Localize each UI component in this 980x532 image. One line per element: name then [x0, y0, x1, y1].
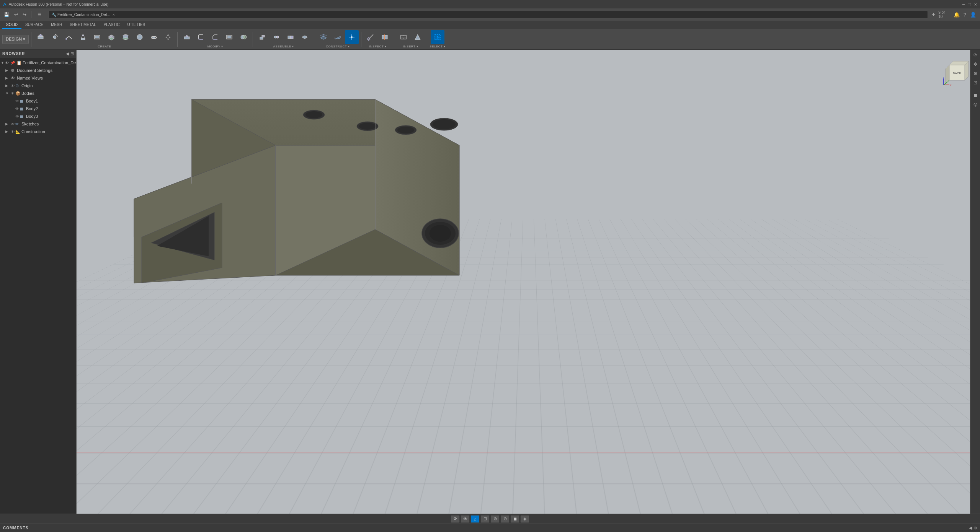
tab-sheet-metal[interactable]: SHEET METAL	[66, 21, 100, 29]
redo-btn[interactable]: ↪	[21, 12, 28, 17]
tree-item-sketches[interactable]: ▶ 👁 ✏ Sketches	[0, 120, 76, 128]
window-close[interactable]: ×	[974, 2, 977, 7]
modify-fillet[interactable]	[194, 30, 208, 44]
modify-press-pull[interactable]	[180, 30, 194, 44]
pan-icon[interactable]: ✥	[972, 60, 979, 68]
assemble-motion[interactable]	[298, 30, 312, 44]
create-cylinder[interactable]	[119, 30, 132, 44]
browser-options-icon[interactable]: ⊞	[70, 51, 74, 56]
right-panel-icons: ⟳ ✥ ⊕ ⊡ ◼ ◎	[970, 50, 980, 514]
tree-pin-root[interactable]: 📌	[10, 61, 15, 65]
tree-eye-bodies[interactable]: 👁	[11, 91, 15, 96]
svg-point-59	[433, 119, 456, 129]
assemble-joint[interactable]	[270, 30, 283, 44]
viewport[interactable]: BACK x y z ⟳ ✥ ⊕ ⊡ ◼ ◎	[77, 50, 980, 514]
tree-item-bodies[interactable]: ▼ 👁 📦 Bodies	[0, 89, 76, 97]
title-bar-controls: − □ ×	[962, 2, 977, 7]
svg-point-26	[274, 36, 276, 38]
create-box[interactable]	[105, 30, 118, 44]
window-maximize[interactable]: □	[968, 2, 971, 7]
inspect-measure[interactable]	[364, 30, 377, 44]
create-sphere[interactable]	[133, 30, 147, 44]
undo-btn[interactable]: ↩	[13, 12, 20, 17]
status-zoom-out[interactable]: ⊖	[501, 516, 509, 522]
tree-item-construction[interactable]: ▶ 👁 📐 Construction	[0, 128, 76, 135]
svg-line-6	[81, 36, 82, 38]
modify-combine[interactable]	[237, 30, 250, 44]
tree-eye-body3[interactable]: 👁	[15, 114, 19, 119]
tree-item-root[interactable]: ▼ 👁 📌 📋 Fertilizer_Contamination_De... ⚙	[0, 59, 76, 67]
create-revolve[interactable]	[48, 30, 62, 44]
insert-canvas[interactable]	[397, 30, 410, 44]
fit-icon[interactable]: ⊡	[972, 79, 979, 86]
tree-eye-body1[interactable]: 👁	[15, 99, 19, 103]
tree-item-doc-settings[interactable]: ▶ ⚙ Document Settings	[0, 67, 76, 74]
comments-collapse[interactable]: ◀	[969, 525, 972, 530]
create-shell[interactable]	[90, 30, 104, 44]
modify-chamfer[interactable]	[208, 30, 222, 44]
tree-label-body1: Body1	[26, 99, 76, 103]
status-visual[interactable]: ◈	[521, 516, 529, 522]
assemble-rigid[interactable]	[284, 30, 297, 44]
svg-rect-4	[81, 38, 85, 40]
quick-save[interactable]: 💾	[2, 12, 11, 17]
create-sweep[interactable]	[62, 30, 76, 44]
tree-eye-construction[interactable]: 👁	[11, 130, 15, 134]
modify-shell[interactable]	[222, 30, 236, 44]
tree-item-body3[interactable]: 👁 ◼ Body3	[0, 112, 76, 120]
visual-style-icon[interactable]: ◼	[972, 91, 979, 99]
design-dropdown[interactable]: DESIGN ▾	[2, 35, 29, 44]
tree-eye-root[interactable]: 👁	[5, 61, 9, 65]
tree-arrow-construction: ▶	[5, 130, 10, 133]
tree-eye-origin[interactable]: 👁	[11, 84, 15, 88]
tab-plastic[interactable]: PLASTIC	[100, 21, 124, 29]
doc-tab-close[interactable]: ×	[113, 12, 115, 17]
viewcube[interactable]: BACK x y z	[942, 57, 972, 88]
toolbar-sep-design	[31, 32, 31, 47]
notification-icon[interactable]: 🔔	[954, 12, 960, 18]
comments-add[interactable]: ⊕	[973, 525, 977, 530]
help-icon[interactable]: ?	[964, 12, 966, 18]
create-loft[interactable]	[76, 30, 90, 44]
select-box[interactable]	[431, 30, 444, 44]
tree-eye-sketches[interactable]: 👁	[11, 122, 15, 126]
window-minimize[interactable]: −	[962, 2, 965, 7]
create-extrude[interactable]	[34, 30, 47, 44]
tree-eye-body2[interactable]: 👁	[15, 107, 19, 111]
browser-expand-icon[interactable]: ◀	[66, 51, 69, 56]
status-orbit[interactable]: ⟳	[451, 516, 459, 522]
status-display[interactable]: ◼	[511, 516, 519, 522]
status-home[interactable]: ⌂	[471, 516, 479, 522]
tab-surface[interactable]: SURFACE	[21, 21, 47, 29]
tab-mesh[interactable]: MESH	[47, 21, 66, 29]
environment-icon[interactable]: ◎	[972, 101, 979, 108]
construct-offset-plane[interactable]	[317, 30, 330, 44]
tree-item-body2[interactable]: 👁 ◼ Body2	[0, 105, 76, 112]
status-zoom-in[interactable]: ⊕	[491, 516, 499, 522]
assemble-new-component[interactable]	[255, 30, 269, 44]
account-icon[interactable]: 👤	[970, 12, 976, 18]
construct-active-btn[interactable]	[345, 30, 359, 44]
status-zoom-fit[interactable]: ⊡	[481, 516, 489, 522]
create-group: CREATE	[34, 30, 175, 48]
construct-angle-plane[interactable]	[331, 30, 345, 44]
create-move[interactable]	[161, 30, 175, 44]
toolbar-sep-1	[177, 32, 178, 47]
tab-utilities[interactable]: UTILITIES	[123, 21, 149, 29]
tree-arrow-origin: ▶	[5, 84, 10, 88]
zoom-icon[interactable]: ⊕	[972, 70, 979, 77]
browser-header: BROWSER ◀ ⊞	[0, 50, 76, 58]
document-tab[interactable]: 🔧 Fertilizer_Contamination_Det... ×	[48, 11, 928, 18]
create-torus[interactable]	[147, 30, 161, 44]
orbit-icon[interactable]: ⟳	[972, 51, 979, 59]
svg-rect-46	[435, 34, 440, 40]
inspect-section[interactable]	[378, 30, 392, 44]
insert-decal[interactable]	[411, 30, 425, 44]
tree-item-named-views[interactable]: ▶ 👁 Named Views	[0, 74, 76, 82]
new-tab-btn[interactable]: +	[932, 11, 935, 18]
tab-solid[interactable]: SOLID	[2, 21, 21, 29]
tree-item-body1[interactable]: 👁 ◼ Body1	[0, 97, 76, 105]
tree-item-origin[interactable]: ▶ 👁 ⊕ Origin	[0, 82, 76, 89]
status-look[interactable]: 👁	[461, 516, 469, 522]
menu-hamburger[interactable]: ☰	[34, 11, 44, 19]
